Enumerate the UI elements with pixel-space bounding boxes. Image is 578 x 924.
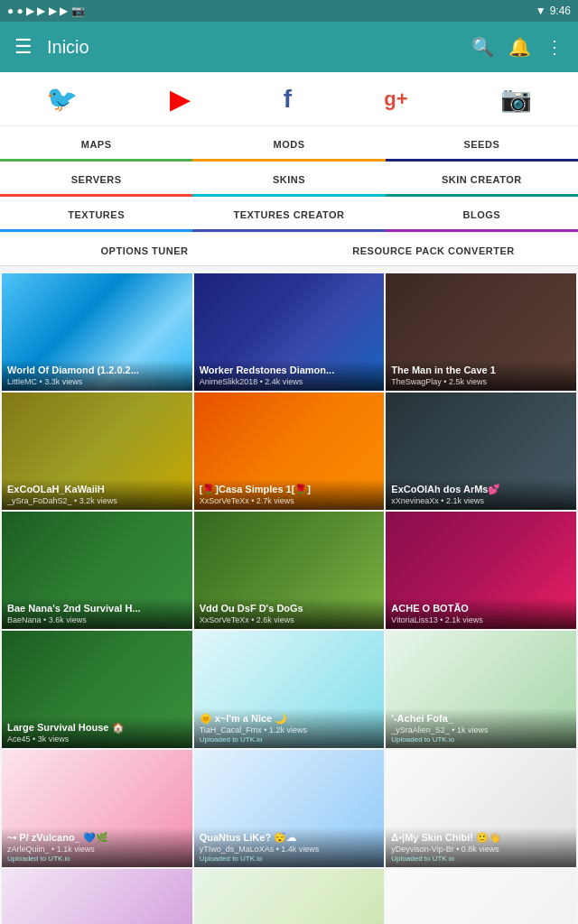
youtube-icon[interactable]: ▶	[170, 83, 191, 115]
card-title-8: ACHE O BOTÃO	[391, 602, 571, 614]
card-overlay-14: Δ•|My Skin Chibi! 🙂👋yDeyvison-Vip-Br • 0…	[386, 827, 576, 867]
card-title-14: Δ•|My Skin Chibi! 🙂👋	[391, 831, 571, 844]
card-title-7: Vdd Ou DsF D's DoGs	[200, 602, 379, 614]
gplus-icon[interactable]: g+	[384, 88, 407, 111]
card-upload-13: Uploaded to UTK.io	[200, 855, 379, 863]
content-card-9[interactable]: Large Survival House 🏠Ace45 • 3k views	[2, 631, 192, 748]
nav-item-skin-creator[interactable]: SKIN CREATOR	[386, 162, 578, 197]
card-meta-11: _ySraAlien_S2_ • 1k views	[391, 725, 571, 735]
card-overlay-4: [🌹]Casa Simples 1[🌹]XxSorVeTeXx • 2.7k v…	[194, 479, 385, 510]
content-card-15[interactable]	[2, 869, 192, 924]
card-title-2: The Man in the Cave 1	[391, 364, 571, 376]
card-meta-8: VitoriaLiss13 • 2.1k views	[391, 615, 571, 624]
social-bar: 🐦 ▶ f g+ 📷	[0, 72, 578, 126]
card-upload-10: Uploaded to UTK.io	[200, 735, 379, 744]
nav-item-maps[interactable]: MAPS	[0, 126, 192, 162]
card-title-6: Bae Nana's 2nd Survival H...	[7, 602, 187, 614]
card-overlay-8: ACHE O BOTÃOVitoriaLiss13 • 2.1k views	[386, 598, 576, 629]
notification-icon[interactable]: 🔔	[508, 36, 531, 58]
content-card-5[interactable]: ExCoOIAh dos ArMs💕xXnevineaXx • 2.1k vie…	[386, 393, 576, 510]
card-meta-12: zArleQuiin_ • 1.1k views	[7, 845, 187, 854]
card-title-11: '-Achei Fofa_	[391, 712, 571, 725]
nav-item-mods[interactable]: MODS	[192, 126, 385, 162]
card-title-1: Worker Redstones Diamon...	[200, 364, 379, 376]
content-card-3[interactable]: ExCoOLaH_KaWaiiH_ySra_FoDahS2_ • 3.2k vi…	[2, 393, 192, 510]
nav-item-textures[interactable]: TEXTURES	[0, 197, 192, 232]
more-icon[interactable]: ⋮	[545, 36, 564, 58]
card-overlay-11: '-Achei Fofa__ySraAlien_S2_ • 1k viewsUp…	[386, 708, 576, 748]
options-tuner[interactable]: OPTIONS TUNER	[0, 233, 289, 265]
card-overlay-9: Large Survival House 🏠Ace45 • 3k views	[2, 717, 192, 748]
card-meta-14: yDeyvison-Vip-Br • 0.8k views	[391, 845, 571, 854]
card-meta-9: Ace45 • 3k views	[7, 735, 187, 744]
search-icon[interactable]: 🔍	[471, 36, 494, 58]
nav-grid: MAPS MODS SEEDS SERVERS SKINS SKIN CREAT…	[0, 126, 578, 233]
top-bar: ☰ Inicio 🔍 🔔 ⋮	[0, 22, 578, 72]
content-card-1[interactable]: Worker Redstones Diamon...AnimeSlikk2018…	[194, 273, 385, 391]
top-bar-actions: 🔍 🔔 ⋮	[471, 36, 564, 58]
card-meta-2: TheSwagPlay • 2.5k views	[391, 377, 571, 386]
status-left: ● ● ▶ ▶ ▶ ▶ 📷	[7, 5, 85, 17]
menu-icon[interactable]: ☰	[14, 35, 33, 59]
content-card-12[interactable]: ~• P/ zVulcano_ 💙🌿zArleQuiin_ • 1.1k vie…	[2, 750, 192, 867]
content-card-13[interactable]: QuaNtus LiKe? 😴☁yTIwo_ds_MaLoXAs • 1.4k …	[194, 750, 385, 867]
content-card-14[interactable]: Δ•|My Skin Chibi! 🙂👋yDeyvison-Vip-Br • 0…	[386, 750, 576, 867]
content-card-0[interactable]: World Of Diamond (1.2.0.2...LittleMC • 3…	[2, 273, 192, 391]
content-card-17[interactable]	[386, 869, 576, 924]
nav-item-blogs[interactable]: BLOGS	[386, 197, 578, 232]
card-image-15	[2, 869, 192, 924]
card-meta-4: XxSorVeTeXx • 2.7k views	[200, 496, 379, 505]
card-meta-1: AnimeSlikk2018 • 2.4k views	[200, 377, 379, 386]
nav-item-seeds[interactable]: SEEDS	[386, 126, 578, 162]
card-upload-12: Uploaded to UTK.io	[7, 855, 187, 863]
card-overlay-3: ExCoOLaH_KaWaiiH_ySra_FoDahS2_ • 3.2k vi…	[2, 479, 192, 510]
status-right: ▼ 9:46	[536, 5, 571, 17]
options-row: OPTIONS TUNER RESOURCE PACK CONVERTER	[0, 233, 578, 266]
facebook-icon[interactable]: f	[284, 85, 292, 114]
card-title-12: ~• P/ zVulcano_ 💙🌿	[7, 831, 187, 844]
card-meta-0: LittleMC • 3.3k views	[7, 377, 187, 386]
card-overlay-5: ExCoOIAh dos ArMs💕xXnevineaXx • 2.1k vie…	[386, 479, 576, 510]
card-meta-7: XxSorVeTeXx • 2.6k views	[200, 615, 379, 624]
card-title-10: 🌞 x~I'm a Nice 🌙	[200, 712, 379, 725]
card-title-0: World Of Diamond (1.2.0.2...	[7, 364, 187, 376]
content-card-7[interactable]: Vdd Ou DsF D's DoGsXxSorVeTeXx • 2.6k vi…	[194, 512, 385, 629]
page-title: Inicio	[47, 37, 471, 58]
card-meta-13: yTIwo_ds_MaLoXAs • 1.4k views	[200, 845, 379, 854]
card-title-4: [🌹]Casa Simples 1[🌹]	[200, 483, 379, 495]
card-overlay-10: 🌞 x~I'm a Nice 🌙TiaH_Cacal_Fmx • 1.2k vi…	[194, 708, 385, 748]
resource-pack-converter[interactable]: RESOURCE PACK CONVERTER	[289, 233, 578, 265]
notification-dots: ● ● ▶ ▶ ▶ ▶ 📷	[7, 5, 85, 17]
wifi-icon: ▼	[536, 5, 546, 17]
card-overlay-1: Worker Redstones Diamon...AnimeSlikk2018…	[194, 360, 385, 391]
content-card-10[interactable]: 🌞 x~I'm a Nice 🌙TiaH_Cacal_Fmx • 1.2k vi…	[194, 631, 385, 748]
card-title-5: ExCoOIAh dos ArMs💕	[391, 483, 571, 495]
content-card-6[interactable]: Bae Nana's 2nd Survival H...BaeNana • 3.…	[2, 512, 192, 629]
twitter-icon[interactable]: 🐦	[46, 84, 78, 114]
content-card-2[interactable]: The Man in the Cave 1TheSwagPlay • 2.5k …	[386, 273, 576, 391]
content-card-8[interactable]: ACHE O BOTÃOVitoriaLiss13 • 2.1k views	[386, 512, 576, 629]
card-image-17	[386, 869, 576, 924]
content-card-11[interactable]: '-Achei Fofa__ySraAlien_S2_ • 1k viewsUp…	[386, 631, 576, 748]
card-overlay-12: ~• P/ zVulcano_ 💙🌿zArleQuiin_ • 1.1k vie…	[2, 827, 192, 867]
content-card-4[interactable]: [🌹]Casa Simples 1[🌹]XxSorVeTeXx • 2.7k v…	[194, 393, 385, 510]
card-meta-5: xXnevineaXx • 2.1k views	[391, 496, 571, 505]
time: 9:46	[550, 5, 571, 17]
instagram-icon[interactable]: 📷	[500, 84, 532, 114]
card-overlay-7: Vdd Ou DsF D's DoGsXxSorVeTeXx • 2.6k vi…	[194, 598, 385, 629]
card-meta-10: TiaH_Cacal_Fmx • 1.2k views	[200, 725, 379, 735]
nav-item-servers[interactable]: SERVERS	[0, 162, 192, 197]
card-overlay-0: World Of Diamond (1.2.0.2...LittleMC • 3…	[2, 360, 192, 391]
card-overlay-13: QuaNtus LiKe? 😴☁yTIwo_ds_MaLoXAs • 1.4k …	[194, 827, 385, 867]
card-upload-14: Uploaded to UTK.io	[391, 855, 571, 863]
nav-item-textures-creator[interactable]: TEXTURES CREATOR	[192, 197, 385, 232]
card-meta-3: _ySra_FoDahS2_ • 3.2k views	[7, 496, 187, 505]
status-bar: ● ● ▶ ▶ ▶ ▶ 📷 ▼ 9:46	[0, 0, 578, 22]
nav-item-skins[interactable]: SKINS	[192, 162, 385, 197]
card-overlay-6: Bae Nana's 2nd Survival H...BaeNana • 3.…	[2, 598, 192, 629]
card-title-9: Large Survival House 🏠	[7, 721, 187, 734]
card-title-3: ExCoOLaH_KaWaiiH	[7, 483, 187, 495]
content-card-16[interactable]	[194, 869, 385, 924]
card-image-16	[194, 869, 385, 924]
card-title-13: QuaNtus LiKe? 😴☁	[200, 831, 379, 844]
